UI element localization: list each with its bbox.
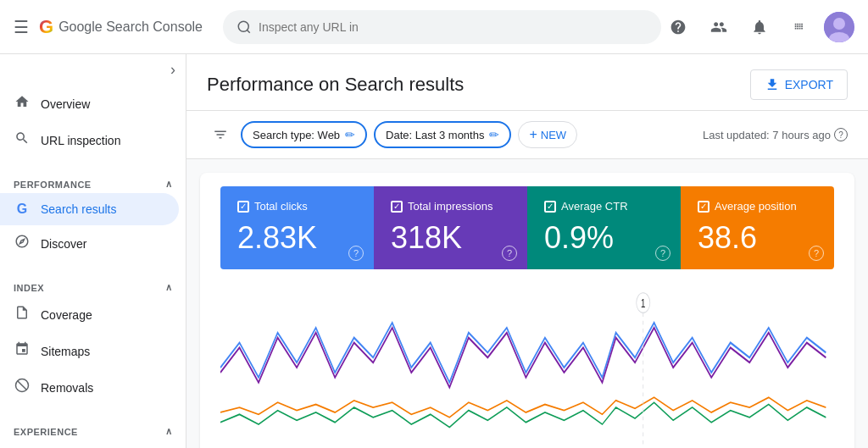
svg-text:1: 1 bbox=[641, 297, 646, 311]
sidebar-item-coverage[interactable]: Coverage bbox=[0, 296, 179, 333]
search-type-edit-icon: ✏ bbox=[345, 128, 355, 141]
new-label: NEW bbox=[541, 129, 566, 141]
clicks-checkbox[interactable]: ✓ bbox=[237, 201, 249, 213]
home-icon bbox=[14, 94, 31, 113]
date-range-edit-icon: ✏ bbox=[489, 128, 499, 141]
coverage-icon bbox=[14, 305, 31, 324]
ctr-checkbox[interactable]: ✓ bbox=[544, 201, 556, 213]
last-updated-text: Last updated: 7 hours ago bbox=[703, 129, 831, 141]
url-inspection-icon bbox=[14, 130, 31, 150]
sidebar-item-removals[interactable]: Removals bbox=[0, 369, 179, 406]
help-icon bbox=[670, 19, 687, 36]
collapse-index-icon[interactable]: ∧ bbox=[165, 282, 173, 293]
last-updated: Last updated: 7 hours ago ? bbox=[703, 128, 848, 141]
topbar: ☰ G Google Search Console bbox=[0, 0, 868, 54]
search-bar[interactable] bbox=[223, 10, 661, 44]
avatar-image bbox=[824, 12, 854, 42]
position-checkbox[interactable]: ✓ bbox=[698, 201, 709, 213]
sitemaps-icon bbox=[14, 341, 31, 361]
main-layout: › Overview URL inspection Performance ∧ … bbox=[0, 54, 868, 448]
help-button[interactable] bbox=[661, 10, 695, 44]
sidebar-item-overview[interactable]: Overview bbox=[0, 86, 179, 122]
bell-icon bbox=[751, 19, 768, 36]
topbar-actions bbox=[661, 10, 854, 44]
metric-ctr-label: ✓ Average CTR bbox=[544, 200, 664, 213]
metric-clicks-label: ✓ Total clicks bbox=[237, 200, 357, 213]
app-logo: G Google Search Console bbox=[39, 16, 203, 38]
removals-icon bbox=[14, 378, 31, 397]
metric-total-clicks[interactable]: ✓ Total clicks 2.83K ? bbox=[220, 186, 374, 269]
svg-point-3 bbox=[833, 18, 845, 30]
logo-g: G bbox=[39, 16, 53, 38]
collapse-performance-icon[interactable]: ∧ bbox=[165, 179, 173, 190]
sidebar-collapse[interactable]: › bbox=[0, 54, 186, 86]
search-icon bbox=[236, 19, 252, 35]
collapse-button[interactable]: › bbox=[170, 61, 175, 79]
search-type-label: Search type: Web bbox=[253, 129, 340, 141]
filter-icon-button[interactable] bbox=[207, 121, 234, 148]
chart-svg: 1 bbox=[220, 283, 834, 448]
new-filter-button[interactable]: + NEW bbox=[518, 121, 577, 148]
sidebar-item-url-inspection[interactable]: URL inspection bbox=[0, 122, 179, 158]
filter-icon bbox=[213, 127, 228, 142]
avatar[interactable] bbox=[824, 12, 854, 42]
section-experience: Experience ∧ bbox=[0, 419, 186, 440]
impressions-checkbox[interactable]: ✓ bbox=[391, 201, 403, 213]
discover-label: Discover bbox=[41, 237, 86, 251]
removals-label: Removals bbox=[41, 381, 93, 395]
metrics-cards: ✓ Total clicks 2.83K ? ✓ Total impressio… bbox=[220, 186, 834, 269]
sidebar-item-search-results[interactable]: G Search results bbox=[0, 193, 179, 225]
sitemaps-label: Sitemaps bbox=[41, 345, 90, 358]
search-input[interactable] bbox=[259, 20, 648, 34]
clicks-help-icon[interactable]: ? bbox=[348, 246, 364, 261]
apps-button[interactable] bbox=[783, 10, 817, 44]
export-button[interactable]: EXPORT bbox=[750, 69, 848, 100]
metric-average-ctr[interactable]: ✓ Average CTR 0.9% ? bbox=[527, 186, 681, 269]
collapse-experience-icon[interactable]: ∧ bbox=[165, 426, 173, 437]
section-performance: Performance ∧ bbox=[0, 172, 186, 193]
sidebar-item-discover[interactable]: Discover bbox=[0, 225, 179, 262]
page-title: Performance on Search results bbox=[207, 74, 464, 96]
last-updated-help-icon[interactable]: ? bbox=[834, 128, 848, 141]
menu-icon[interactable]: ☰ bbox=[14, 17, 29, 37]
date-range-filter[interactable]: Date: Last 3 months ✏ bbox=[374, 121, 511, 148]
content-header: Performance on Search results EXPORT bbox=[186, 54, 868, 111]
search-results-label: Search results bbox=[41, 202, 116, 216]
metric-ctr-value: 0.9% bbox=[544, 219, 664, 256]
coverage-label: Coverage bbox=[41, 308, 92, 322]
performance-chart[interactable]: 1 6/30/21 7/11/21 7/22/21 8/2/21 8/13/21… bbox=[220, 283, 834, 448]
svg-point-0 bbox=[238, 21, 248, 31]
plus-icon: + bbox=[529, 127, 537, 142]
section-index: Index ∧ bbox=[0, 275, 186, 296]
overview-label: Overview bbox=[41, 97, 90, 111]
metric-clicks-value: 2.83K bbox=[237, 219, 357, 256]
sidebar-item-sitemaps[interactable]: Sitemaps bbox=[0, 333, 179, 369]
download-icon bbox=[765, 77, 780, 92]
svg-line-1 bbox=[248, 30, 250, 32]
metric-position-value: 38.6 bbox=[698, 219, 817, 256]
sidebar: › Overview URL inspection Performance ∧ … bbox=[0, 54, 186, 448]
search-results-icon: G bbox=[14, 202, 31, 217]
date-range-label: Date: Last 3 months bbox=[386, 129, 484, 141]
sidebar-item-page-experience[interactable]: ⊕ Page Experience bbox=[0, 440, 179, 448]
search-type-filter[interactable]: Search type: Web ✏ bbox=[241, 121, 367, 148]
impressions-help-icon[interactable]: ? bbox=[502, 246, 517, 261]
svg-line-6 bbox=[18, 381, 27, 390]
metric-position-label: ✓ Average position bbox=[698, 200, 817, 213]
metric-average-position[interactable]: ✓ Average position 38.6 ? bbox=[681, 186, 834, 269]
url-inspection-label: URL inspection bbox=[41, 134, 120, 147]
notifications-button[interactable] bbox=[743, 10, 776, 44]
position-help-icon[interactable]: ? bbox=[809, 246, 824, 261]
content-area: Performance on Search results EXPORT Sea… bbox=[186, 54, 868, 448]
metric-impressions-value: 318K bbox=[391, 219, 510, 256]
ctr-help-icon[interactable]: ? bbox=[655, 246, 670, 261]
users-button[interactable] bbox=[702, 10, 736, 44]
grid-icon bbox=[792, 19, 809, 36]
metric-impressions-label: ✓ Total impressions bbox=[391, 200, 510, 213]
metrics-area: ✓ Total clicks 2.83K ? ✓ Total impressio… bbox=[200, 173, 854, 448]
users-icon bbox=[710, 19, 727, 36]
filter-bar: Search type: Web ✏ Date: Last 3 months ✏… bbox=[186, 111, 868, 159]
logo-text: Google Search Console bbox=[58, 19, 203, 35]
metric-total-impressions[interactable]: ✓ Total impressions 318K ? bbox=[374, 186, 527, 269]
discover-icon bbox=[14, 234, 31, 253]
